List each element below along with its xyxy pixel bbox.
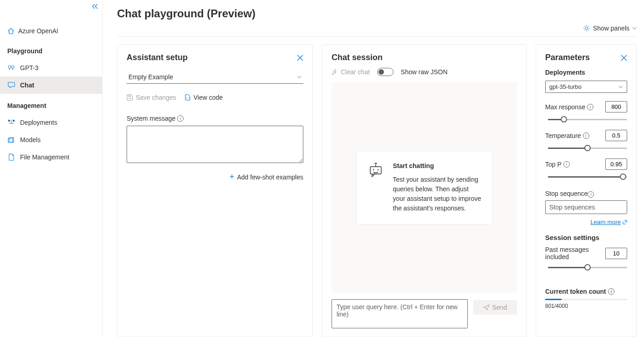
past-messages-input[interactable] xyxy=(605,248,627,259)
chat-canvas: Start chatting Test your assistant by se… xyxy=(332,82,517,293)
top-p-input[interactable] xyxy=(605,158,627,170)
sidebar-item-deployments[interactable]: Deployments xyxy=(0,114,102,131)
deployment-value: gpt-35-turbo xyxy=(549,83,582,90)
svg-point-6 xyxy=(585,27,588,30)
svg-point-0 xyxy=(8,66,11,68)
deployment-select[interactable]: gpt-35-turbo xyxy=(545,81,627,93)
clear-chat-button[interactable]: Clear chat xyxy=(332,68,370,76)
sidebar-item-file-management[interactable]: File Management xyxy=(0,148,102,166)
bot-icon xyxy=(368,162,384,179)
sidebar-section-management: Management xyxy=(0,94,102,114)
external-link-icon xyxy=(623,220,627,225)
info-icon[interactable]: i xyxy=(563,161,570,168)
send-label: Send xyxy=(492,304,507,311)
models-icon xyxy=(7,136,15,143)
temperature-input[interactable] xyxy=(605,130,627,141)
sidebar-item-label: File Management xyxy=(20,153,69,161)
stop-sequence-input[interactable] xyxy=(545,200,627,214)
token-count-label: Current token count xyxy=(545,288,606,295)
page-title: Chat playground (Preview) xyxy=(117,7,637,20)
parameters-panel: Parameters Deployments gpt-35-turbo Max … xyxy=(536,44,637,337)
deployments-icon xyxy=(7,119,15,126)
view-code-label: View code xyxy=(194,94,223,101)
svg-point-1 xyxy=(11,66,14,68)
info-icon[interactable]: i xyxy=(608,288,614,295)
info-icon[interactable]: i xyxy=(177,115,184,122)
chat-session-panel: Chat session Clear chat Show raw JSON xyxy=(322,44,526,337)
past-messages-slider[interactable] xyxy=(548,263,627,271)
info-icon[interactable]: i xyxy=(583,133,589,139)
system-message-label: System message xyxy=(127,115,175,122)
sidebar-item-label: Deployments xyxy=(20,119,57,126)
session-settings-title: Session settings xyxy=(545,234,627,241)
chevron-down-icon xyxy=(618,86,623,88)
brand-label: Azure OpenAI xyxy=(18,27,58,35)
assistant-setup-panel: Assistant setup Empty Example xyxy=(117,44,313,337)
add-few-shot-label: Add few-shot examples xyxy=(237,174,303,181)
svg-rect-3 xyxy=(13,120,15,122)
info-icon[interactable]: i xyxy=(588,191,594,198)
sidebar-section-playground: Playground xyxy=(0,39,102,59)
temperature-slider[interactable] xyxy=(548,144,627,152)
assistant-setup-title: Assistant setup xyxy=(127,53,188,62)
chevron-down-icon xyxy=(632,27,637,30)
start-chatting-card: Start chatting Test your assistant by se… xyxy=(356,151,493,225)
show-raw-json-toggle[interactable] xyxy=(377,68,394,76)
svg-rect-2 xyxy=(8,120,10,122)
sidebar-item-gpt3[interactable]: GPT-3 xyxy=(0,59,102,77)
sidebar-item-label: GPT-3 xyxy=(20,64,38,71)
broom-icon xyxy=(332,69,338,75)
gear-icon xyxy=(583,25,590,32)
temperature-label: Temperature xyxy=(545,132,581,139)
chat-icon xyxy=(7,82,15,89)
deployments-label: Deployments xyxy=(545,69,627,76)
token-count-text: 801/4000 xyxy=(545,303,627,309)
example-dropdown-value: Empty Example xyxy=(128,73,173,81)
top-p-slider[interactable] xyxy=(548,173,627,181)
view-code-button[interactable]: View code xyxy=(184,94,223,101)
save-changes-button[interactable]: Save changes xyxy=(127,94,176,101)
sidebar-item-models[interactable]: Models xyxy=(0,131,102,148)
parameters-title: Parameters xyxy=(545,53,590,62)
token-count-bar xyxy=(545,299,627,300)
sidebar-item-chat[interactable]: Chat xyxy=(0,77,102,94)
sidebar-item-label: Models xyxy=(20,136,41,143)
code-icon xyxy=(184,94,191,101)
top-p-label: Top P xyxy=(545,161,562,168)
start-chatting-body: Test your assistant by sending queries b… xyxy=(393,175,481,213)
add-few-shot-button[interactable]: + Add few-shot examples xyxy=(127,172,303,182)
max-response-label: Max response xyxy=(545,103,585,111)
gpt3-icon xyxy=(7,64,15,71)
clear-chat-label: Clear chat xyxy=(341,68,370,76)
save-changes-label: Save changes xyxy=(136,94,176,101)
sidebar: Azure OpenAI Playground GPT-3 Chat Manag… xyxy=(0,0,102,337)
plus-icon: + xyxy=(230,172,235,182)
stop-sequence-label: Stop sequence xyxy=(545,190,588,197)
chat-session-title: Chat session xyxy=(332,53,517,62)
chat-input[interactable] xyxy=(332,299,468,328)
show-panels-label: Show panels xyxy=(593,25,629,32)
close-parameters-icon[interactable] xyxy=(621,55,627,61)
system-message-input[interactable] xyxy=(127,126,303,163)
close-assistant-icon[interactable] xyxy=(297,55,303,61)
brand-link[interactable]: Azure OpenAI xyxy=(0,23,102,39)
max-response-slider[interactable] xyxy=(548,115,627,123)
save-icon xyxy=(127,94,133,101)
show-raw-json-label: Show raw JSON xyxy=(401,68,448,76)
learn-more-link[interactable]: Learn more xyxy=(591,219,627,225)
start-chatting-title: Start chatting xyxy=(393,162,481,169)
info-icon[interactable]: i xyxy=(587,104,593,110)
chevron-down-icon xyxy=(297,76,302,78)
show-panels-button[interactable]: Show panels xyxy=(583,25,637,32)
home-icon xyxy=(7,27,15,35)
example-dropdown[interactable]: Empty Example xyxy=(127,71,303,84)
file-icon xyxy=(7,153,15,161)
max-response-input[interactable] xyxy=(605,101,627,112)
svg-point-9 xyxy=(377,169,378,171)
past-messages-label: Past messages included xyxy=(545,246,605,260)
svg-point-8 xyxy=(373,169,374,171)
send-button[interactable]: Send xyxy=(473,300,517,315)
collapse-sidebar-icon[interactable] xyxy=(92,4,98,9)
send-icon xyxy=(483,304,490,311)
sidebar-item-label: Chat xyxy=(20,82,34,89)
